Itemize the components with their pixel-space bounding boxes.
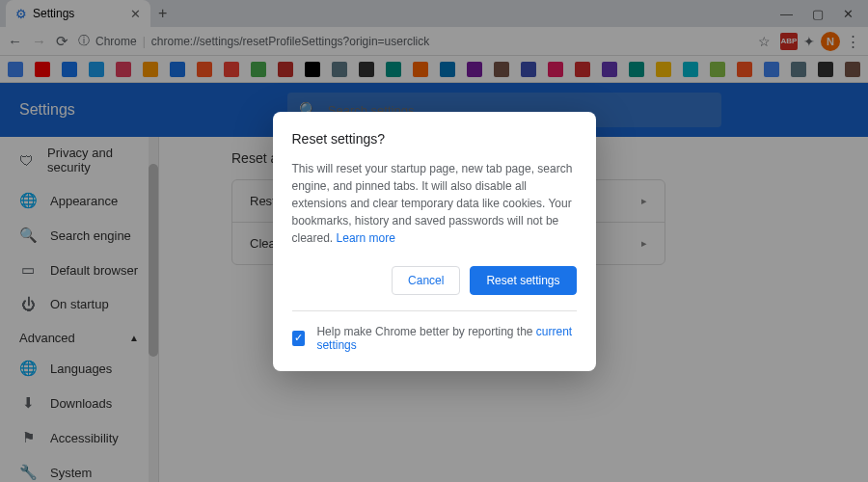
reset-dialog: Reset settings? This will reset your sta… (273, 112, 596, 371)
cancel-button[interactable]: Cancel (392, 266, 460, 295)
reset-settings-button[interactable]: Reset settings (470, 266, 576, 295)
dialog-title: Reset settings? (292, 131, 577, 147)
dialog-body: This will reset your startup page, new t… (292, 160, 577, 247)
modal-overlay: Reset settings? This will reset your sta… (0, 0, 868, 482)
report-checkbox[interactable]: ✓ (292, 331, 306, 346)
learn-more-link[interactable]: Learn more (337, 231, 395, 245)
